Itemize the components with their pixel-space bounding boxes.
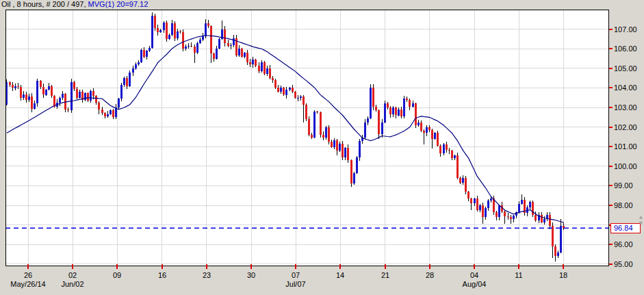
candle-body bbox=[283, 88, 285, 94]
candle-body bbox=[487, 201, 489, 208]
candle-body bbox=[311, 135, 313, 138]
candle-body bbox=[244, 53, 246, 57]
candle-body bbox=[395, 107, 397, 115]
chart-title-instrument: Oil , 8 hours, # 200 / 497, bbox=[1, 0, 86, 8]
candle-body bbox=[378, 110, 380, 133]
candle-body bbox=[159, 30, 162, 32]
candle-body bbox=[210, 26, 212, 53]
candle-body bbox=[305, 105, 307, 119]
candle-body bbox=[174, 23, 176, 38]
candle-body bbox=[157, 28, 159, 32]
candle-body bbox=[258, 66, 260, 72]
candle-body bbox=[557, 253, 559, 256]
week-label: Aug/04 bbox=[449, 280, 500, 288]
price-label: 100.00 bbox=[614, 162, 637, 170]
candle-body bbox=[350, 160, 352, 183]
candle-body bbox=[529, 202, 531, 207]
candle-body bbox=[409, 100, 411, 107]
date-label: 23 bbox=[195, 271, 218, 279]
candle-body bbox=[67, 110, 69, 110]
candle-body bbox=[328, 127, 330, 142]
candle-body bbox=[417, 123, 420, 125]
candle-body bbox=[322, 135, 324, 138]
candle-body bbox=[188, 46, 190, 47]
candle-body bbox=[25, 94, 27, 99]
candle-body bbox=[495, 212, 498, 217]
candle-body bbox=[316, 112, 318, 112]
candle-body bbox=[104, 113, 106, 116]
candle-body bbox=[238, 49, 240, 55]
candle-body bbox=[320, 112, 322, 135]
date-tick bbox=[339, 264, 341, 269]
candle-body bbox=[79, 92, 81, 98]
chart-window: Oil , 8 hours, # 200 / 497, MVG(1) 20=97… bbox=[0, 0, 644, 295]
candle-body bbox=[90, 91, 92, 101]
candle-body bbox=[272, 78, 274, 80]
candle-body bbox=[246, 53, 248, 62]
candle-body bbox=[182, 32, 184, 49]
candle-body bbox=[76, 89, 78, 98]
candle-body bbox=[110, 110, 112, 114]
date-label: 14 bbox=[329, 271, 352, 279]
week-label: Jun/02 bbox=[47, 280, 98, 288]
candle-body bbox=[213, 53, 215, 58]
candle-body bbox=[367, 118, 369, 123]
candle-body bbox=[132, 68, 134, 73]
candle-body bbox=[370, 88, 372, 118]
candle-body bbox=[285, 90, 287, 94]
candle-body bbox=[154, 16, 156, 29]
candle-body bbox=[347, 148, 349, 161]
candle-body bbox=[194, 47, 196, 53]
candle-body bbox=[205, 23, 207, 36]
date-tick bbox=[116, 264, 118, 269]
splitter-handle-icon[interactable]: ▲▼ bbox=[638, 214, 644, 227]
date-label: 16 bbox=[151, 271, 174, 279]
candle-body bbox=[23, 94, 25, 97]
candle-body bbox=[227, 43, 229, 46]
candle-body bbox=[230, 45, 232, 46]
candle-body bbox=[415, 103, 417, 125]
price-tick bbox=[609, 29, 613, 30]
candle-body bbox=[387, 103, 389, 107]
candle-body bbox=[333, 140, 335, 147]
candle-body bbox=[534, 215, 537, 220]
candle-body bbox=[381, 123, 383, 134]
candle-body bbox=[364, 123, 366, 138]
price-tick bbox=[609, 48, 613, 49]
candle-body bbox=[48, 86, 50, 90]
candle-body bbox=[375, 107, 377, 111]
candle-body bbox=[95, 96, 97, 103]
week-label: Jul/07 bbox=[270, 280, 321, 288]
date-tick bbox=[27, 264, 29, 269]
candle-body bbox=[420, 123, 422, 131]
candle-body bbox=[300, 97, 302, 97]
candle-body bbox=[339, 144, 341, 151]
candle-body bbox=[434, 133, 436, 139]
candle-body bbox=[59, 98, 61, 103]
date-label: 11 bbox=[507, 271, 530, 279]
candle-body bbox=[196, 43, 198, 53]
price-label: 95.00 bbox=[614, 260, 633, 268]
candle-body bbox=[163, 23, 165, 30]
candle-body bbox=[129, 73, 131, 86]
candle-body bbox=[146, 51, 148, 57]
date-label: 28 bbox=[418, 271, 441, 279]
price-label: 101.00 bbox=[614, 142, 637, 151]
candle-body bbox=[392, 107, 394, 114]
candle-body bbox=[313, 112, 315, 138]
chart-plot-area[interactable] bbox=[5, 10, 609, 266]
price-label: 104.00 bbox=[614, 84, 637, 92]
candle-body bbox=[9, 82, 11, 85]
price-tick bbox=[609, 244, 613, 245]
chart-title: Oil , 8 hours, # 200 / 497, MVG(1) 20=97… bbox=[1, 0, 148, 9]
candle-body bbox=[12, 85, 14, 88]
date-label: 09 bbox=[105, 271, 129, 279]
candle-body bbox=[423, 131, 425, 133]
price-tick bbox=[609, 185, 613, 186]
price-label: 103.00 bbox=[614, 103, 637, 112]
candle-body bbox=[87, 93, 89, 101]
date-label: 07 bbox=[284, 271, 307, 279]
candle-body bbox=[138, 62, 140, 64]
candle-body bbox=[549, 215, 551, 226]
date-label: 18 bbox=[552, 271, 575, 279]
